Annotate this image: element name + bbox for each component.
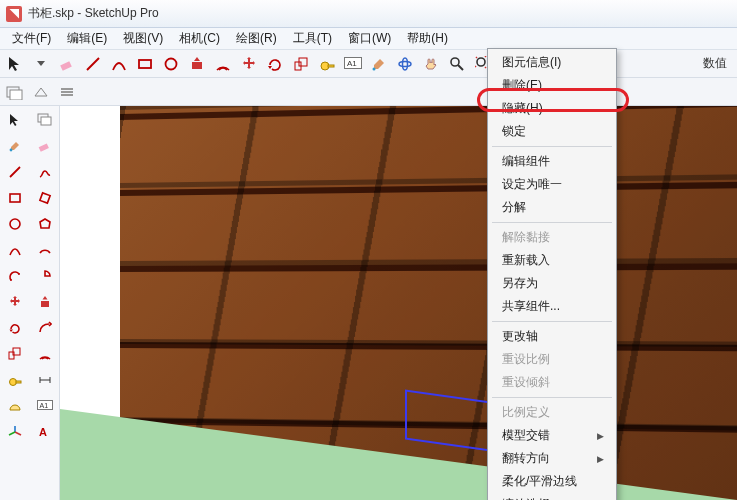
rectangle-tool-icon[interactable] bbox=[134, 53, 156, 75]
svg-rect-4 bbox=[192, 62, 202, 69]
svg-rect-8 bbox=[328, 65, 334, 67]
context-make-unique[interactable]: 设定为唯一 bbox=[488, 173, 616, 196]
svg-text:A1: A1 bbox=[347, 59, 357, 68]
context-edit-component[interactable]: 编辑组件 bbox=[488, 150, 616, 173]
context-soften[interactable]: 柔化/平滑边线 bbox=[488, 470, 616, 493]
dimension-icon[interactable] bbox=[32, 369, 58, 391]
menu-tools[interactable]: 工具(T) bbox=[285, 28, 340, 49]
three-point-arc-icon[interactable] bbox=[2, 265, 28, 287]
svg-line-1 bbox=[87, 58, 99, 70]
move-tool-icon[interactable] bbox=[238, 53, 260, 75]
svg-point-21 bbox=[10, 149, 13, 152]
context-reset-scale: 重设比例 bbox=[488, 348, 616, 371]
context-hide[interactable]: 隐藏(H) bbox=[488, 97, 616, 120]
menu-window[interactable]: 窗口(W) bbox=[340, 28, 399, 49]
window-title: 书柜.skp - SketchUp Pro bbox=[28, 5, 159, 22]
svg-point-14 bbox=[451, 58, 459, 66]
submenu-arrow-icon: ▶ bbox=[597, 454, 604, 464]
context-lock[interactable]: 锁定 bbox=[488, 120, 616, 143]
rotated-rect-icon[interactable] bbox=[32, 187, 58, 209]
context-share[interactable]: 共享组件... bbox=[488, 295, 616, 318]
wireframe-icon[interactable] bbox=[30, 81, 52, 103]
line-icon[interactable] bbox=[82, 53, 104, 75]
svg-marker-27 bbox=[40, 219, 50, 228]
context-reload[interactable]: 重新载入 bbox=[488, 249, 616, 272]
context-explode[interactable]: 分解 bbox=[488, 196, 616, 219]
viewport[interactable] bbox=[60, 106, 737, 500]
freehand-icon[interactable] bbox=[32, 161, 58, 183]
eraser-icon[interactable] bbox=[32, 135, 58, 157]
submenu-arrow-icon: ▶ bbox=[597, 431, 604, 441]
pushpull-tool-icon[interactable] bbox=[186, 53, 208, 75]
svg-point-16 bbox=[477, 58, 485, 66]
context-scale-def: 比例定义 bbox=[488, 401, 616, 424]
svg-rect-34 bbox=[16, 381, 21, 383]
svg-line-23 bbox=[10, 167, 20, 177]
followme-icon[interactable] bbox=[32, 317, 58, 339]
tape-icon[interactable] bbox=[2, 369, 28, 391]
tape-tool-icon[interactable] bbox=[316, 53, 338, 75]
context-flip[interactable]: 翻转方向▶ bbox=[488, 447, 616, 470]
text-label-icon[interactable]: A1 bbox=[32, 395, 58, 417]
svg-line-15 bbox=[458, 65, 463, 70]
paint-tool-icon[interactable] bbox=[368, 53, 390, 75]
menu-help[interactable]: 帮助(H) bbox=[399, 28, 456, 49]
svg-rect-30 bbox=[41, 301, 49, 307]
svg-rect-20 bbox=[41, 117, 51, 125]
arc-tool-icon[interactable] bbox=[108, 53, 130, 75]
offset-tool-icon[interactable] bbox=[212, 53, 234, 75]
context-zoom-selection[interactable]: 缩放选择 bbox=[488, 493, 616, 500]
pie-icon[interactable] bbox=[32, 265, 58, 287]
svg-line-41 bbox=[15, 432, 21, 435]
select-tool-icon[interactable] bbox=[4, 53, 26, 75]
two-point-arc-icon[interactable] bbox=[32, 239, 58, 261]
context-intersect[interactable]: 模型交错▶ bbox=[488, 424, 616, 447]
3dtext-icon[interactable]: A bbox=[32, 421, 58, 443]
context-model-info[interactable]: 图元信息(I) bbox=[488, 51, 616, 74]
svg-point-11 bbox=[373, 67, 376, 70]
circle-icon[interactable] bbox=[2, 213, 28, 235]
context-saveas[interactable]: 另存为 bbox=[488, 272, 616, 295]
main-toolbar: A1 数值 bbox=[0, 50, 737, 78]
rotate-tool-icon[interactable] bbox=[264, 53, 286, 75]
context-delete[interactable]: 删除(E) bbox=[488, 74, 616, 97]
line-icon[interactable] bbox=[2, 161, 28, 183]
select-icon[interactable] bbox=[2, 109, 28, 131]
context-unglue: 解除黏接 bbox=[488, 226, 616, 249]
menu-draw[interactable]: 绘图(R) bbox=[228, 28, 285, 49]
menu-camera[interactable]: 相机(C) bbox=[171, 28, 228, 49]
pushpull-icon[interactable] bbox=[32, 291, 58, 313]
dropdown-icon[interactable] bbox=[30, 53, 52, 75]
scale-tool-icon[interactable] bbox=[290, 53, 312, 75]
circle-tool-icon[interactable] bbox=[160, 53, 182, 75]
menu-file[interactable]: 文件(F) bbox=[4, 28, 59, 49]
protractor-icon[interactable] bbox=[2, 395, 28, 417]
shaded-icon[interactable] bbox=[56, 81, 78, 103]
pan-tool-icon[interactable] bbox=[420, 53, 442, 75]
left-toolbox: A1 A bbox=[0, 106, 60, 500]
orbit-tool-icon[interactable] bbox=[394, 53, 416, 75]
make-component-icon[interactable] bbox=[32, 109, 58, 131]
svg-point-12 bbox=[399, 61, 411, 66]
menu-edit[interactable]: 编辑(E) bbox=[59, 28, 115, 49]
axes-icon[interactable] bbox=[2, 421, 28, 443]
polygon-icon[interactable] bbox=[32, 213, 58, 235]
svg-rect-0 bbox=[60, 61, 72, 71]
svg-rect-18 bbox=[10, 90, 22, 100]
text-tool-icon[interactable]: A1 bbox=[342, 53, 364, 75]
component-maker-icon[interactable] bbox=[4, 81, 26, 103]
eraser-icon[interactable] bbox=[56, 53, 78, 75]
context-change-axes[interactable]: 更改轴 bbox=[488, 325, 616, 348]
svg-point-33 bbox=[10, 379, 17, 386]
rotate-icon[interactable] bbox=[2, 317, 28, 339]
scale-icon[interactable] bbox=[2, 343, 28, 365]
svg-rect-25 bbox=[40, 193, 50, 203]
paint-bucket-icon[interactable] bbox=[2, 135, 28, 157]
rectangle-icon[interactable] bbox=[2, 187, 28, 209]
svg-line-42 bbox=[9, 432, 15, 435]
zoom-tool-icon[interactable] bbox=[446, 53, 468, 75]
move-icon[interactable] bbox=[2, 291, 28, 313]
menu-view[interactable]: 视图(V) bbox=[115, 28, 171, 49]
offset-icon[interactable] bbox=[32, 343, 58, 365]
arc-icon[interactable] bbox=[2, 239, 28, 261]
